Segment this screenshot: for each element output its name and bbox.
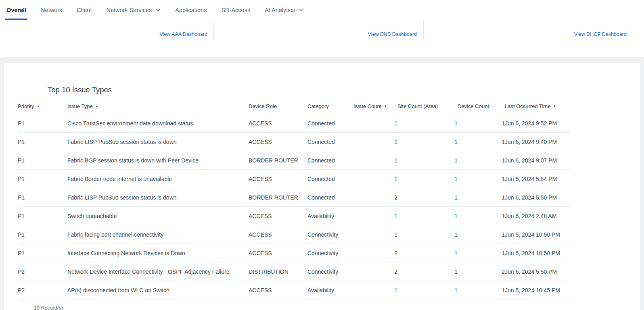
sort-desc-icon: ▼ bbox=[384, 104, 387, 108]
tab-network[interactable]: Network bbox=[41, 0, 62, 20]
tab-label: Network bbox=[41, 7, 62, 13]
column-header-device-count[interactable]: Device Count bbox=[458, 98, 505, 114]
device-role-cell: ACCESS bbox=[249, 133, 307, 151]
issue-type-link[interactable]: AP(s) disconnected from WLC on Switch bbox=[67, 281, 249, 300]
priority-cell: P1 bbox=[18, 188, 67, 207]
device-role-cell: ACCESS bbox=[249, 244, 307, 262]
issue-type-link[interactable]: Fabric LISP PubSub session status is dow… bbox=[67, 188, 249, 207]
site-count-cell: 1 bbox=[397, 207, 458, 225]
view-dns-dashboard-link[interactable]: View DNS Dashboard bbox=[368, 31, 417, 37]
issue-count-cell: 2 bbox=[353, 244, 397, 262]
issue-type-link[interactable]: Fabric LISP PubSub session status is dow… bbox=[67, 133, 249, 151]
issue-type-link[interactable]: Fabric Border node internet is unavailab… bbox=[67, 170, 249, 188]
category-cell: Connectivity bbox=[307, 262, 353, 281]
device-count-cell: 1 bbox=[458, 151, 505, 170]
device-role-cell: ACCESS bbox=[249, 170, 307, 188]
device-count-cell: 1 bbox=[458, 207, 505, 225]
tab-label: Overall bbox=[6, 7, 26, 13]
assurance-dashboard: Overall Network Client Network Services … bbox=[0, 0, 644, 310]
dashboard-cards-strip: View AAA Dashboard View DNS Dashboard Vi… bbox=[0, 20, 644, 57]
column-header-priority[interactable]: Priority▲ bbox=[18, 98, 67, 114]
issues-table-body: P1Cisco TrustSec environment data downlo… bbox=[18, 114, 570, 300]
last-occurred-cell: Jun 5, 2024 10:50 PM bbox=[505, 225, 570, 244]
tab-sd-access[interactable]: SD-Access bbox=[221, 0, 250, 20]
column-label: Priority bbox=[18, 103, 34, 109]
priority-cell: P1 bbox=[18, 207, 67, 225]
column-header-device-role[interactable]: Device Role bbox=[249, 98, 307, 114]
device-count-cell: 1 bbox=[458, 281, 505, 300]
last-occurred-cell: Jun 6, 2024 9:52 PM bbox=[505, 114, 570, 133]
column-header-issue-count[interactable]: Issue Count▼ bbox=[353, 98, 397, 114]
issue-row: P1Fabric LISP PubSub session status is d… bbox=[18, 188, 570, 207]
column-label: Site Count (Area) bbox=[397, 103, 438, 109]
priority-cell: P1 bbox=[18, 170, 67, 188]
device-role-cell: BORDER ROUTER bbox=[249, 188, 307, 207]
last-occurred-cell: Jun 6, 2024 5:54 PM bbox=[505, 170, 570, 188]
device-role-cell: ACCESS bbox=[249, 114, 307, 133]
category-cell: Connected bbox=[307, 188, 353, 207]
column-header-last-occurred[interactable]: Last Occurred Time▼ bbox=[505, 98, 570, 114]
issue-type-link[interactable]: Switch unreachable bbox=[67, 207, 249, 225]
column-label: Device Role bbox=[249, 103, 277, 109]
issue-type-link[interactable]: Fabric facing port channel connectivity bbox=[67, 225, 249, 244]
issue-count-cell: 1 bbox=[353, 281, 397, 300]
view-aaa-dashboard-link[interactable]: View AAA Dashboard bbox=[159, 31, 207, 37]
sort-asc-icon: ▲ bbox=[95, 104, 98, 108]
priority-cell: P1 bbox=[18, 151, 67, 170]
tab-overall[interactable]: Overall bbox=[6, 0, 26, 20]
issue-type-link[interactable]: Cisco TrustSec environment data download… bbox=[67, 114, 249, 133]
issue-row: P2Network Device Interface Connectivity … bbox=[18, 262, 570, 281]
tab-applications[interactable]: Applications bbox=[175, 0, 207, 20]
view-dhcp-dashboard-link[interactable]: View DHCP Dashboard bbox=[574, 31, 627, 37]
device-count-cell: 2 bbox=[458, 262, 505, 281]
issue-type-link[interactable]: Fabric BGP session status is down with P… bbox=[67, 151, 249, 170]
column-header-site-count[interactable]: Site Count (Area) bbox=[397, 98, 458, 114]
issue-count-cell: 1 bbox=[353, 114, 397, 133]
device-count-cell: 1 bbox=[458, 225, 505, 244]
tab-label: Client bbox=[77, 7, 92, 13]
device-count-cell: 1 bbox=[458, 244, 505, 262]
issue-count-cell: 1 bbox=[353, 170, 397, 188]
tab-client[interactable]: Client bbox=[77, 0, 92, 20]
primary-nav: Overall Network Client Network Services … bbox=[0, 0, 644, 20]
column-label: Last Occurred Time bbox=[505, 103, 550, 109]
column-label: Device Count bbox=[458, 103, 489, 109]
issues-table: Priority▲Issue Type▲Device RoleCategoryI… bbox=[18, 98, 570, 300]
priority-cell: P1 bbox=[18, 114, 67, 133]
device-count-cell: 1 bbox=[458, 170, 505, 188]
tab-ai-analytics[interactable]: AI Analytics bbox=[265, 0, 304, 20]
category-cell: Availability bbox=[307, 281, 353, 300]
column-header-category[interactable]: Category bbox=[307, 98, 353, 114]
tab-network-services[interactable]: Network Services bbox=[106, 0, 161, 20]
device-count-cell: 1 bbox=[458, 114, 505, 133]
column-label: Category bbox=[307, 103, 329, 109]
top-issues-card: Top 10 Issue Types Priority▲Issue Type▲D… bbox=[4, 63, 640, 310]
issue-count-cell: 2 bbox=[353, 262, 397, 281]
site-count-cell: 1 bbox=[397, 151, 458, 170]
issue-count-cell: 1 bbox=[353, 133, 397, 151]
chevron-down-icon bbox=[156, 8, 161, 11]
device-role-cell: BORDER ROUTER bbox=[249, 151, 307, 170]
record-count: 10 Record(s) bbox=[34, 305, 640, 310]
last-occurred-cell: Jun 5, 2024 10:45 PM bbox=[505, 281, 570, 300]
device-count-cell: 1 bbox=[458, 188, 505, 207]
column-header-issue-type[interactable]: Issue Type▲ bbox=[67, 98, 249, 114]
issue-type-link[interactable]: Network Device Interface Connectivity - … bbox=[67, 262, 249, 281]
category-cell: Connected bbox=[307, 170, 353, 188]
category-cell: Connected bbox=[307, 151, 353, 170]
site-count-cell: 1 bbox=[397, 133, 458, 151]
column-label: Issue Count bbox=[353, 103, 381, 109]
column-label: Issue Type bbox=[67, 103, 93, 109]
chevron-down-icon bbox=[299, 8, 304, 11]
tab-label: AI Analytics bbox=[265, 7, 295, 13]
last-occurred-cell: Jun 5, 2024 10:50 PM bbox=[505, 244, 570, 262]
priority-cell: P1 bbox=[18, 225, 67, 244]
issue-type-link[interactable]: Interface Connecting Network Devices is … bbox=[67, 244, 249, 262]
device-role-cell: ACCESS bbox=[249, 281, 307, 300]
site-count-cell: 1 bbox=[397, 262, 458, 281]
issue-row: P1Fabric BGP session status is down with… bbox=[18, 151, 570, 170]
category-cell: Connected bbox=[307, 133, 353, 151]
site-count-cell: 1 bbox=[397, 244, 458, 262]
site-count-cell: 1 bbox=[397, 225, 458, 244]
issue-row: P1Switch unreachableACCESSAvailability11… bbox=[18, 207, 570, 225]
